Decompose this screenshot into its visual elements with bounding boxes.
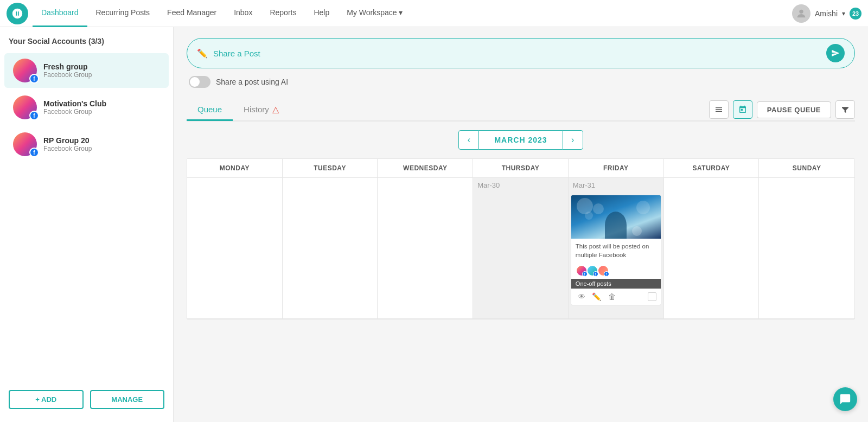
calendar-body: Mar-30 Mar-31 [187, 178, 854, 319]
day-header-saturday: SATURDAY [664, 159, 760, 178]
sidebar-title: Your Social Accounts (3/3) [0, 27, 173, 52]
user-avatar[interactable] [792, 4, 810, 23]
account-name-2: Motivation's Club [43, 99, 106, 108]
calendar-prev-button[interactable]: ‹ [458, 130, 479, 150]
facebook-badge-1: f [29, 74, 39, 84]
calendar-header: MONDAY TUESDAY WEDNESDAY THURSDAY FRIDAY… [187, 159, 854, 178]
post-delete-button[interactable]: 🗑 [606, 291, 618, 303]
post-view-button[interactable]: 👁 [576, 291, 588, 303]
sidebar-footer: + ADD MANAGE [0, 383, 173, 415]
topnav-right: Amishi ▾ 23 [792, 4, 861, 23]
nav-dashboard[interactable]: Dashboard [33, 0, 87, 27]
user-name-label[interactable]: Amishi [815, 9, 838, 18]
post-avatar-2: f [586, 265, 598, 277]
add-account-button[interactable]: + ADD [9, 390, 84, 409]
share-edit-icon: ✏️ [197, 48, 208, 59]
toggle-knob [190, 77, 200, 87]
day-header-friday: FRIDAY [569, 159, 664, 178]
calendar-month-label: MARCH 2023 [479, 130, 562, 150]
facebook-badge-3: f [29, 148, 39, 157]
account-name-1: Fresh group [43, 62, 92, 71]
thumb-circle-5 [632, 226, 642, 236]
calendar-cell-sunday [759, 178, 854, 319]
account-avatar-1: f [13, 59, 37, 82]
chat-bubble-button[interactable] [833, 387, 857, 411]
tab-queue[interactable]: Queue [187, 99, 233, 121]
calendar-grid: MONDAY TUESDAY WEDNESDAY THURSDAY FRIDAY… [187, 158, 855, 319]
thumb-circle-3 [585, 212, 593, 220]
account-name-3: RP Group 20 [43, 136, 92, 145]
user-dropdown-icon[interactable]: ▾ [842, 10, 845, 17]
cal-date-mar30: Mar-30 [473, 178, 568, 193]
day-header-tuesday: TUESDAY [283, 159, 378, 178]
post-label-bar: One-off posts [571, 279, 661, 289]
calendar-cell-tuesday [283, 178, 378, 319]
post-avatar-fb-3: f [604, 271, 609, 277]
nav-feed-manager[interactable]: Feed Manager [158, 0, 225, 27]
post-card-mar31[interactable]: This post will be posted on multiple Fac… [571, 195, 661, 305]
share-post-text: Share a Post [213, 49, 826, 58]
calendar-cell-mar31: Mar-31 [569, 178, 664, 319]
calendar-next-button[interactable]: › [563, 130, 583, 150]
post-avatars: f f f [571, 263, 661, 279]
post-avatar-1: f [576, 265, 588, 277]
calendar-cell-saturday [664, 178, 760, 319]
account-info-1: Fresh group Facebook Group [43, 62, 92, 79]
svg-point-0 [799, 9, 803, 13]
day-header-sunday: SUNDAY [759, 159, 854, 178]
nav-my-workspace[interactable]: My Workspace ▾ [338, 0, 411, 27]
post-description: This post will be posted on multiple Fac… [571, 239, 661, 263]
share-send-button[interactable] [826, 44, 845, 62]
account-type-2: Facebook Group [43, 108, 106, 116]
post-thumb-image [571, 195, 661, 239]
post-thumbnail [571, 195, 661, 239]
pause-queue-button[interactable]: PAUSE QUEUE [757, 101, 831, 118]
history-label: History [244, 105, 269, 114]
history-alert-icon: △ [272, 104, 279, 114]
notification-badge[interactable]: 23 [850, 8, 861, 20]
thumb-circle-4 [636, 201, 650, 214]
account-avatar-3: f [13, 132, 37, 156]
thumb-circle-2 [593, 203, 604, 214]
account-type-1: Facebook Group [43, 71, 92, 79]
filter-button[interactable] [835, 100, 855, 119]
face-shape [605, 212, 627, 239]
ai-toggle-switch[interactable] [189, 76, 210, 88]
manage-accounts-button[interactable]: MANAGE [90, 390, 165, 409]
post-checkbox[interactable] [648, 292, 656, 301]
post-actions: 👁 ✏️ 🗑 [571, 289, 661, 305]
main-layout: Your Social Accounts (3/3) f Fresh group… [0, 27, 868, 422]
account-fresh-group[interactable]: f Fresh group Facebook Group [4, 53, 169, 88]
day-header-thursday: THURSDAY [473, 159, 569, 178]
nav-recurring-posts[interactable]: Recurring Posts [87, 0, 159, 27]
list-view-button[interactable] [709, 100, 729, 119]
app-logo[interactable] [7, 3, 28, 24]
sidebar: Your Social Accounts (3/3) f Fresh group… [0, 27, 174, 422]
account-type-3: Facebook Group [43, 145, 92, 152]
account-motivations-club[interactable]: f Motivation's Club Facebook Group [4, 90, 169, 125]
calendar-cell-mar30: Mar-30 [473, 178, 569, 319]
nav-help[interactable]: Help [305, 0, 338, 27]
ai-toggle-label: Share a post using AI [216, 78, 288, 86]
cal-date-mar31: Mar-31 [569, 178, 663, 193]
tab-history[interactable]: History △ [233, 99, 290, 122]
nav-inbox[interactable]: Inbox [225, 0, 261, 27]
account-rp-group-20[interactable]: f RP Group 20 Facebook Group [4, 127, 169, 162]
account-info-3: RP Group 20 Facebook Group [43, 136, 92, 152]
account-info-2: Motivation's Club Facebook Group [43, 99, 106, 116]
calendar-cell-monday [187, 178, 283, 319]
share-post-bar[interactable]: ✏️ Share a Post [187, 38, 855, 68]
day-header-wednesday: WEDNESDAY [378, 159, 473, 178]
ai-toggle-row: Share a post using AI [187, 76, 855, 88]
top-navigation: Dashboard Recurring Posts Feed Manager I… [0, 0, 868, 27]
post-edit-button[interactable]: ✏️ [591, 291, 603, 303]
facebook-badge-2: f [29, 111, 39, 120]
calendar-cell-wednesday [378, 178, 473, 319]
account-avatar-2: f [13, 95, 37, 119]
nav-reports[interactable]: Reports [261, 0, 305, 27]
calendar-navigation: ‹ MARCH 2023 › [187, 130, 855, 150]
post-avatar-3: f [597, 265, 609, 277]
calendar-view-button[interactable] [733, 100, 752, 119]
main-content: ✏️ Share a Post Share a post using AI Qu… [174, 27, 868, 422]
queue-tabs: Queue History △ PAUSE QUEUE [187, 99, 855, 122]
